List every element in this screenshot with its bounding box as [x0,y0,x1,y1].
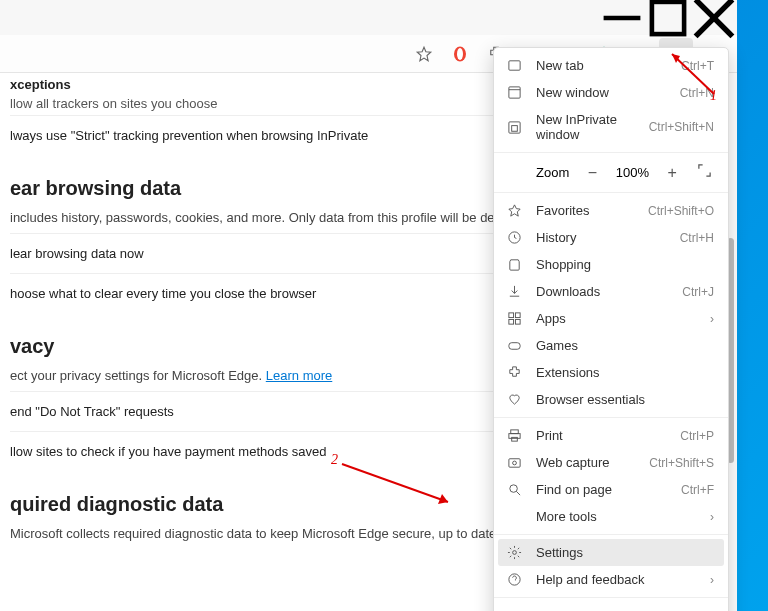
annotation-label-2: 2 [331,452,338,468]
maximize-button[interactable] [645,3,691,33]
menu-apps[interactable]: Apps› [494,305,728,332]
apps-icon [506,311,522,326]
menu-new-inprivate[interactable]: New InPrivate windowCtrl+Shift+N [494,106,728,148]
menu-new-tab[interactable]: New tabCtrl+T [494,52,728,79]
zoom-in-button[interactable]: + [663,164,682,182]
menu-new-window[interactable]: New windowCtrl+N [494,79,728,106]
search-icon [506,482,522,497]
menu-find[interactable]: Find on pageCtrl+F [494,476,728,503]
games-icon [506,338,522,353]
svg-line-32 [516,491,520,495]
menu-favorites[interactable]: FavoritesCtrl+Shift+O [494,197,728,224]
svg-rect-25 [508,343,519,350]
svg-rect-29 [508,459,519,467]
svg-point-33 [512,551,516,555]
svg-rect-15 [508,87,519,98]
zoom-level: 100% [616,165,649,180]
menu-more-tools[interactable]: More tools› [494,503,728,530]
learn-more-link[interactable]: Learn more [266,368,332,383]
capture-icon [506,455,522,470]
svg-rect-18 [511,125,517,131]
svg-rect-23 [508,319,513,324]
print-icon [506,428,522,443]
svg-rect-14 [508,61,519,70]
zoom-out-button[interactable]: − [583,164,602,182]
window-icon [506,85,522,100]
svg-rect-26 [510,430,518,434]
menu-webcapture[interactable]: Web captureCtrl+Shift+S [494,449,728,476]
menu-zoom: Zoom − 100% + [494,157,728,188]
window-titlebar [0,0,737,35]
help-icon [506,572,522,587]
opera-icon[interactable] [443,38,477,70]
close-button[interactable] [691,3,737,33]
heart-icon [506,392,522,407]
annotation-label-1: 1 [710,88,717,104]
favorite-star-button[interactable] [407,38,441,70]
fullscreen-button[interactable] [695,163,714,182]
menu-help[interactable]: Help and feedback› [494,566,728,593]
minimize-button[interactable] [599,3,645,33]
menu-essentials[interactable]: Browser essentials [494,386,728,413]
star-icon [506,203,522,218]
svg-rect-24 [515,319,520,324]
menu-games[interactable]: Games [494,332,728,359]
svg-rect-22 [515,313,520,318]
download-icon [506,284,522,299]
puzzle-icon [506,365,522,380]
svg-rect-1 [652,1,684,33]
menu-print[interactable]: PrintCtrl+P [494,422,728,449]
history-icon [506,230,522,245]
menu-downloads[interactable]: DownloadsCtrl+J [494,278,728,305]
menu-history[interactable]: HistoryCtrl+H [494,224,728,251]
svg-marker-4 [417,47,431,61]
svg-point-31 [509,485,517,493]
svg-marker-19 [508,205,519,216]
svg-point-6 [457,48,463,60]
svg-rect-21 [508,313,513,318]
menu-settings[interactable]: Settings [498,539,724,566]
inprivate-icon [506,120,522,135]
tab-icon [506,58,522,73]
menu-extensions[interactable]: Extensions [494,359,728,386]
more-menu: New tabCtrl+T New windowCtrl+N New InPri… [493,47,729,611]
menu-shopping[interactable]: Shopping [494,251,728,278]
shopping-icon [506,257,522,272]
menu-close-edge[interactable]: Close Microsoft Edge [494,602,728,611]
gear-icon [506,545,522,560]
svg-point-30 [512,461,516,465]
